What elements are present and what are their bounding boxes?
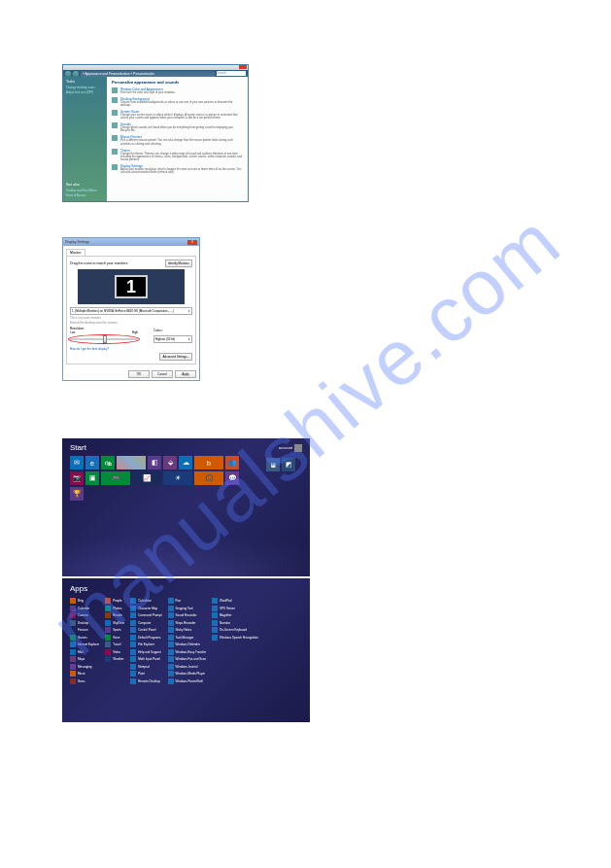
tile-desktop[interactable]: 🖥 [266, 458, 280, 471]
monitor-icon[interactable]: 1 [115, 275, 148, 298]
tile-photo[interactable] [117, 456, 146, 469]
tile-skydrive[interactable]: ☁ [179, 456, 192, 469]
sidebar-task-link[interactable]: Adjust font size (DPI) [66, 90, 104, 94]
app-item[interactable]: Bing [70, 598, 99, 604]
tile-music[interactable]: 🎧 [194, 471, 223, 485]
app-item[interactable]: Games [70, 635, 99, 641]
app-item[interactable]: Sound Recorder [168, 612, 207, 618]
app-item[interactable]: Task Manager [168, 635, 207, 641]
app-item[interactable]: Photos [105, 606, 124, 611]
cancel-button[interactable]: Cancel [152, 370, 173, 378]
app-item[interactable]: Default Programs [130, 635, 161, 641]
app-item[interactable]: Desktop [70, 620, 99, 626]
app-item[interactable]: Sports [105, 627, 124, 633]
app-item[interactable]: Steps Recorder [168, 620, 207, 626]
category-item[interactable]: SoundsChange which sounds are heard when… [112, 122, 243, 132]
tile-weather[interactable]: ☀ [163, 471, 192, 485]
app-item[interactable]: Computer [130, 620, 161, 626]
app-item[interactable]: Maps [70, 656, 99, 662]
sidebar-task-link[interactable]: Change desktop icons [66, 86, 104, 89]
colors-dropdown[interactable]: Highest (32 bit) ▾ [153, 335, 192, 343]
tile-store[interactable]: 🛍 [101, 456, 115, 469]
slider-thumb[interactable] [103, 335, 107, 343]
app-item[interactable]: On-Screen Keyboard [212, 627, 258, 633]
app-item[interactable]: Windows Easy Transfer [168, 649, 207, 655]
tile-games[interactable]: 🎮 [101, 471, 130, 485]
close-button[interactable]: X [187, 240, 197, 245]
app-item[interactable]: Snipping Tool [168, 606, 207, 611]
app-item[interactable]: Windows Defender [168, 642, 207, 647]
app-item[interactable]: Video [105, 649, 124, 655]
app-item[interactable]: Magnifier [212, 612, 258, 618]
category-item[interactable]: Window Color and AppearanceFine tune the… [112, 87, 243, 94]
ok-button[interactable]: OK [128, 370, 150, 378]
resolution-slider[interactable] [70, 335, 138, 343]
app-item[interactable]: File Explorer [130, 642, 161, 647]
app-item[interactable]: Finance [70, 627, 99, 633]
category-item[interactable]: Display SettingsAdjust your monitor reso… [112, 164, 243, 174]
tile-bing[interactable]: b [194, 456, 223, 469]
tile-finance[interactable]: 📈 [132, 471, 161, 485]
app-item[interactable]: Mail [70, 649, 99, 655]
tile-people[interactable]: 👥 [225, 456, 239, 469]
app-item[interactable]: Windows Journal [168, 664, 207, 670]
category-item[interactable]: ThemeChange the theme. Themes can change… [112, 149, 243, 161]
app-item[interactable]: Help and Support [130, 649, 161, 655]
app-item[interactable]: Remote Desktop [130, 678, 161, 684]
app-item[interactable]: XPS Viewer [212, 606, 258, 611]
app-item[interactable]: SkyDrive [105, 620, 124, 626]
app-item[interactable]: Math Input Panel [130, 656, 161, 662]
see-also-link[interactable]: Ease of Access [66, 193, 97, 197]
app-item[interactable]: Notepad [130, 664, 161, 670]
app-item[interactable]: Store [105, 635, 124, 641]
see-also-link[interactable]: Taskbar and Start Menu [66, 189, 97, 192]
app-item[interactable]: Character Map [130, 606, 161, 611]
tile-mail[interactable]: ✉ [70, 456, 84, 469]
category-item[interactable]: Screen SaverChange your screen saver or … [112, 110, 243, 120]
monitor-preview-area[interactable]: 1 [78, 269, 185, 304]
app-item[interactable]: Sticky Notes [168, 627, 207, 633]
tile-camera[interactable]: 📷 [70, 471, 84, 485]
tile-sports[interactable]: 🏆 [70, 487, 84, 501]
tile-extra1[interactable]: ◩ [282, 458, 295, 471]
advanced-settings-button[interactable]: Advanced Settings... [159, 353, 192, 361]
app-item[interactable]: Music [70, 671, 99, 677]
app-item[interactable]: Messaging [70, 664, 99, 670]
app-item[interactable]: Paint [130, 671, 161, 677]
help-link[interactable]: How do I get the best display? [70, 347, 192, 351]
tile-messaging[interactable]: 💬 [225, 471, 239, 485]
back-button[interactable] [65, 71, 71, 77]
app-item[interactable]: Run [168, 598, 207, 604]
search-input[interactable]: Search [217, 71, 246, 76]
category-item[interactable]: Mouse PointersPick a different mouse poi… [112, 135, 243, 145]
app-item[interactable]: Windows PowerShell [168, 678, 207, 684]
monitor-dropdown[interactable]: 1. (Multiple Monitors) on NVIDIA GeForce… [70, 307, 192, 315]
app-item[interactable]: Travel [105, 642, 124, 647]
app-item[interactable]: Command Prompt [130, 612, 161, 618]
tile-ie[interactable]: e [85, 456, 99, 469]
app-item[interactable]: Calculator [130, 598, 161, 604]
breadcrumb[interactable]: « Appearance and Personalization » Perso… [81, 71, 215, 77]
app-item[interactable]: Calendar [70, 606, 99, 611]
app-item[interactable]: News [70, 678, 99, 684]
app-item[interactable]: Windows Media Player [168, 671, 207, 677]
app-item[interactable]: Camera [70, 612, 99, 618]
tile-maps[interactable]: ⬙ [163, 456, 177, 469]
app-item[interactable]: Internet Explorer [70, 642, 99, 647]
tile-tile-b[interactable]: ▣ [85, 471, 99, 485]
category-item[interactable]: Desktop BackgroundChoose from available … [112, 97, 243, 107]
app-item[interactable]: Control Panel [130, 627, 161, 633]
tile-tile-a[interactable]: ◧ [148, 456, 161, 469]
apply-button[interactable]: Apply [175, 370, 196, 378]
app-item[interactable]: Windows Speech Recognition [212, 635, 258, 641]
forward-button[interactable] [73, 71, 79, 77]
app-item[interactable]: Windows Fax and Scan [168, 656, 207, 662]
app-item[interactable]: Narrator [212, 620, 258, 626]
app-item[interactable]: People [105, 598, 124, 604]
close-button[interactable] [239, 65, 247, 69]
user-area[interactable]: account [279, 443, 302, 452]
app-item[interactable]: Weather [105, 656, 124, 662]
tab-monitor[interactable]: Monitor [66, 249, 85, 256]
app-item[interactable]: WordPad [212, 598, 258, 604]
app-item[interactable]: Reader [105, 612, 124, 618]
